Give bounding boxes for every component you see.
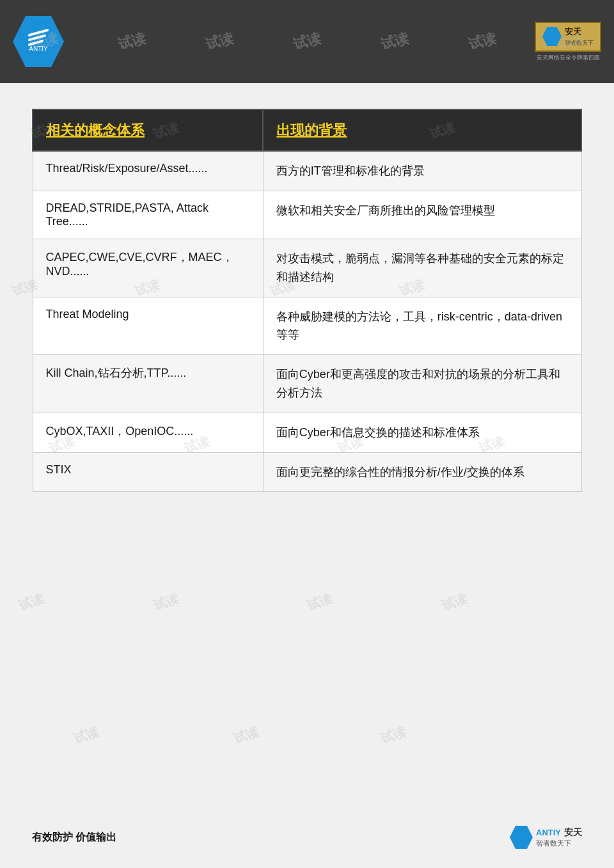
table-cell-right-6: 面向更完整的综合性的情报分析/作业/交换的体系 <box>263 452 581 492</box>
footer-antiy: ANTIY <box>536 828 561 837</box>
logo-text: ANTIY <box>29 45 47 52</box>
right-tagline: 智者数天下 <box>565 39 594 47</box>
right-logo-icon <box>542 27 562 46</box>
col1-header: 相关的概念体系 <box>33 109 263 151</box>
watermark-17: 试读 <box>231 723 261 748</box>
header: ANTIY 试读 试读 试读 试读 试读 试读 试读 安天 智者数天下 安天网络… <box>0 0 614 83</box>
table-cell-left-1: DREAD,STRIDE,PASTA, Attack Tree...... <box>33 191 263 239</box>
footer-logo-hex <box>510 826 533 849</box>
table-cell-left-5: CybOX,TAXII，OpenIOC...... <box>33 413 263 452</box>
table-row: CAPEC,CWE,CVE,CVRF，MAEC，NVD......对攻击模式，脆… <box>33 239 581 297</box>
watermark-18: 试读 <box>379 723 409 748</box>
footer-tagline: 智者数天下 <box>536 839 582 848</box>
table-cell-left-6: STIX <box>33 452 263 492</box>
watermark-15: 试读 <box>440 590 470 615</box>
header-wm-2: 试读 <box>116 29 148 54</box>
table-cell-left-3: Threat Modeling <box>33 297 263 355</box>
right-brand: 安天 <box>565 26 594 38</box>
table-row: Kill Chain,钻石分析,TTP......面向Cyber和更高强度的攻击… <box>33 355 581 413</box>
watermark-13: 试读 <box>152 590 182 615</box>
table-cell-left-4: Kill Chain,钻石分析,TTP...... <box>33 355 263 413</box>
right-logo-box: 安天 智者数天下 <box>535 22 601 52</box>
footer-brand: 安天 <box>564 827 582 839</box>
header-wm-5: 试读 <box>379 29 411 54</box>
logo-area: ANTIY <box>13 16 64 67</box>
footer: 有效防护 价值输出 ANTIY 安天 智者数天下 <box>32 826 582 849</box>
table-cell-right-5: 面向Cyber和信息交换的描述和标准体系 <box>263 413 581 452</box>
col2-header: 出现的背景 <box>263 109 581 151</box>
header-wm-4: 试读 <box>291 29 323 54</box>
footer-logo-texts: ANTIY 安天 智者数天下 <box>536 827 582 848</box>
concept-table: 相关的概念体系 出现的背景 Threat/Risk/Exposure/Asset… <box>32 109 582 492</box>
table-row: STIX面向更完整的综合性的情报分析/作业/交换的体系 <box>33 452 581 492</box>
watermark-14: 试读 <box>305 590 335 615</box>
footer-logo: ANTIY 安天 智者数天下 <box>510 826 582 849</box>
logo-lines <box>28 31 49 44</box>
header-right: 安天 智者数天下 安天网络安全令牌第四圆 <box>535 22 601 62</box>
table-row: CybOX,TAXII，OpenIOC......面向Cyber和信息交换的描述… <box>33 413 581 452</box>
table-row: Threat Modeling各种威胁建模的方法论，工具，risk-centri… <box>33 297 581 355</box>
table-cell-right-2: 对攻击模式，脆弱点，漏洞等各种基础的安全元素的标定和描述结构 <box>263 239 581 297</box>
table-row: DREAD,STRIDE,PASTA, Attack Tree......微软和… <box>33 191 581 239</box>
table-cell-right-3: 各种威胁建模的方法论，工具，risk-centric，data-driven等等 <box>263 297 581 355</box>
right-logo-text: 安天 智者数天下 <box>565 26 594 47</box>
table-cell-left-2: CAPEC,CWE,CVE,CVRF，MAEC，NVD...... <box>33 239 263 297</box>
table-cell-right-0: 西方的IT管理和标准化的背景 <box>263 151 581 191</box>
right-sublabel: 安天网络安全令牌第四圆 <box>537 54 600 62</box>
header-wm-6: 试读 <box>466 29 498 54</box>
footer-left-text: 有效防护 价值输出 <box>32 831 116 844</box>
logo-hexagon: ANTIY <box>13 16 64 67</box>
header-watermarks: 试读 试读 试读 试读 试读 试读 试读 <box>0 0 614 83</box>
footer-right: ANTIY 安天 智者数天下 <box>510 826 582 849</box>
table-cell-right-1: 微软和相关安全厂商所推出的风险管理模型 <box>263 191 581 239</box>
watermark-16: 试读 <box>72 723 102 748</box>
col2-header-text: 出现的背景 <box>276 122 347 138</box>
table-cell-left-0: Threat/Risk/Exposure/Asset...... <box>33 151 263 191</box>
main-content: 相关的概念体系 出现的背景 Threat/Risk/Exposure/Asset… <box>0 83 614 517</box>
table-row: Threat/Risk/Exposure/Asset......西方的IT管理和… <box>33 151 581 191</box>
header-wm-3: 试读 <box>203 29 235 54</box>
watermark-12: 试读 <box>16 590 46 615</box>
col1-header-text: 相关的概念体系 <box>46 122 145 138</box>
table-cell-right-4: 面向Cyber和更高强度的攻击和对抗的场景的分析工具和分析方法 <box>263 355 581 413</box>
